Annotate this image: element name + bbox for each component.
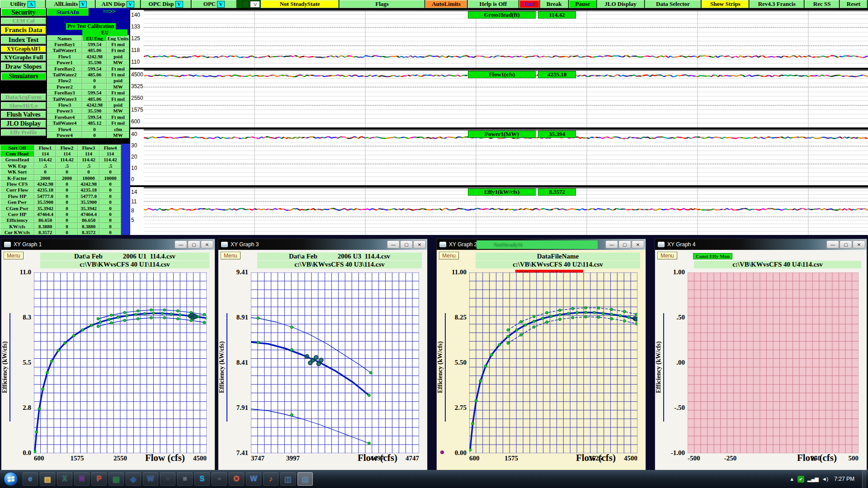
dropdown-arrow-icon[interactable]: V [79, 1, 87, 8]
taskbar-remote-icon[interactable]: ◫ [280, 472, 296, 486]
sort-row-label: KW/cfs [0, 223, 34, 229]
taskbar-clock[interactable]: 7:27 PM [831, 476, 859, 482]
taskbar-app-dark-icon[interactable]: ▪ [160, 472, 175, 486]
data-point [585, 311, 587, 314]
maximize-button[interactable]: ▢ [618, 240, 631, 249]
taskbar-word-icon[interactable]: W [143, 472, 158, 486]
menu-end[interactable]: End [519, 0, 539, 8]
sidebar-item-flush-valves[interactable]: Flush Valves [1, 111, 46, 118]
volume-icon[interactable]: ◄) [822, 476, 829, 482]
xy-plot [251, 272, 419, 453]
taskbar-outlook-icon[interactable]: O [229, 472, 244, 486]
sidebar-item-francis-data[interactable]: Francis Data [1, 26, 46, 34]
sidebar-item-showhilo[interactable]: ShowHi/Lo [1, 102, 46, 109]
show-desktop-button[interactable] [862, 470, 866, 488]
menu-help-is-off[interactable]: Help is Off [468, 0, 519, 8]
hidden-icons-arrow[interactable]: ▲ [789, 476, 794, 482]
taskbar-app-blue-icon[interactable]: ◆ [126, 472, 141, 486]
security-shield-icon[interactable]: ✔ [797, 476, 804, 483]
taskbar-notepad-icon[interactable]: ≡ [177, 472, 193, 486]
sort-row-label: Flow HP [0, 193, 34, 199]
dropdown-arrow-icon[interactable]: Λ [28, 1, 35, 8]
menu-reset[interactable]: Reset [840, 0, 867, 8]
data-point [90, 324, 93, 327]
menu-pause[interactable]: Pause [569, 0, 596, 8]
menu-rev43-francis[interactable]: Rev4.3 Francis [750, 0, 804, 8]
taskbar-vb-app-icon[interactable]: ▣ [297, 472, 313, 486]
taskbar-ie-icon[interactable]: e [23, 472, 38, 486]
sort-off-button[interactable]: Sort Off [0, 145, 34, 150]
minimize-button[interactable]: — [826, 240, 839, 249]
sort-table: Sort OffFlow1Flow2Flow3Flow4Com Head1141… [0, 145, 121, 235]
strip-y-tick: 40 [131, 131, 143, 137]
close-button[interactable]: ✕ [201, 240, 213, 249]
sidebar-item-effy-profile[interactable]: Effy Profile [1, 129, 46, 136]
menu-button[interactable]: Menu [4, 252, 24, 259]
taskbar-skype-icon[interactable]: S [194, 472, 210, 486]
sidebar-item-dataacqform[interactable]: DataAcqForm [1, 94, 46, 101]
eu-label: EU [82, 29, 127, 36]
menu-autolimits[interactable]: AutoLimits [425, 0, 467, 8]
menu-data-selector[interactable]: Data Selector [645, 0, 701, 8]
minimize-button[interactable]: — [175, 240, 187, 249]
menu-break[interactable]: Break [540, 0, 568, 8]
window-titlebar[interactable]: XY Graph 3—▢✕ [218, 239, 427, 250]
window-titlebar[interactable]: XY Graph 2NotSteadySt—▢✕ [437, 239, 646, 250]
window-titlebar[interactable]: XY Graph 1—▢✕ [1, 239, 215, 250]
maximize-button[interactable]: ▢ [400, 240, 413, 249]
menu-opc[interactable]: OPCV [192, 0, 237, 8]
taskbar-app-green-icon[interactable]: ▦ [108, 472, 124, 486]
window-titlebar[interactable]: XY Graph 4—▢✕ [655, 239, 867, 250]
menu-button[interactable]: Menu [439, 252, 459, 259]
menu-ain-disp[interactable]: AIN DispV [96, 0, 140, 8]
taskbar-media-icon[interactable]: ♪ [263, 472, 278, 486]
sidebar-item-index-test[interactable]: Index Test [1, 36, 46, 44]
sidebar-item-xygraphs-full[interactable]: XYGraphs Full [1, 54, 46, 61]
taskbar-powerpoint-icon[interactable]: P [91, 472, 107, 486]
menu-utility[interactable]: UtilityΛ [0, 0, 45, 8]
close-button[interactable]: ✕ [413, 240, 426, 249]
window-title: XY Graph 2 [449, 241, 477, 248]
sidebar-item-security[interactable]: Security [1, 8, 46, 16]
menu-rec-ss[interactable]: Rec SS [805, 0, 839, 8]
start-button[interactable] [4, 472, 18, 486]
taskbar-app-gray-icon[interactable]: ▫ [212, 472, 227, 486]
sidebar-item-jlo-display-side[interactable]: JLO Display [1, 120, 46, 128]
dropdown-arrow-icon[interactable]: V [127, 1, 134, 8]
sidebar-item-draw-slopes[interactable]: Draw Slopes [1, 62, 46, 71]
menu-show-strips[interactable]: Show Strips [702, 0, 749, 8]
sort-table-cell: 0 [56, 169, 78, 175]
window-body: MenuDataFileNamec:\VB\KWvsCFS 40 U2\114.… [437, 250, 646, 470]
x-axis-tick: 3997 [286, 455, 300, 462]
taskbar-explorer-icon[interactable]: ▤ [40, 472, 55, 486]
maximize-button[interactable]: ▢ [188, 240, 200, 249]
menu-all-limits[interactable]: AllLimitsV [46, 0, 95, 8]
menu-flags[interactable]: Flags [340, 0, 425, 8]
x-axis-tick: 600 [34, 455, 44, 462]
data-point [541, 317, 544, 320]
dropdown-arrow-icon[interactable]: V [217, 1, 225, 8]
menu-button[interactable]: Menu [221, 252, 241, 259]
close-button[interactable]: ✕ [632, 240, 644, 249]
close-button[interactable]: ✕ [853, 240, 865, 249]
minimize-button[interactable]: — [605, 240, 618, 249]
menu-not-steadystate[interactable]: Not SteadyState [261, 0, 339, 8]
steadystate-checkbox[interactable]: \/ [250, 1, 260, 8]
startain-button[interactable]: StartAIn [47, 8, 89, 16]
menu-jlo-display[interactable]: JLO Display [597, 0, 644, 8]
maximize-button[interactable]: ▢ [840, 240, 852, 249]
minimize-button[interactable]: — [387, 240, 400, 249]
taskbar-onenote-icon[interactable]: N [74, 472, 90, 486]
names-table-cell: TailWater1 [47, 47, 82, 53]
taskbar-excel-icon[interactable]: X [57, 472, 72, 486]
dropdown-arrow-icon[interactable]: V [175, 1, 183, 8]
data-point [57, 349, 60, 352]
taskbar-word2-icon[interactable]: W [246, 472, 261, 486]
menu-button[interactable]: Menu [657, 252, 677, 259]
menu-opc-disp[interactable]: OPC DispV [141, 0, 191, 8]
network-icon[interactable]: ▂▄▆ [807, 476, 819, 482]
sidebar-item-cem-cal[interactable]: CEM Cal [1, 18, 46, 24]
sidebar-item-simulators[interactable]: Simulators [1, 72, 46, 80]
names-table-header: EU Eng [82, 35, 107, 41]
sidebar-item-xygraph-alf1[interactable]: XYGraphAlFl [1, 46, 46, 52]
